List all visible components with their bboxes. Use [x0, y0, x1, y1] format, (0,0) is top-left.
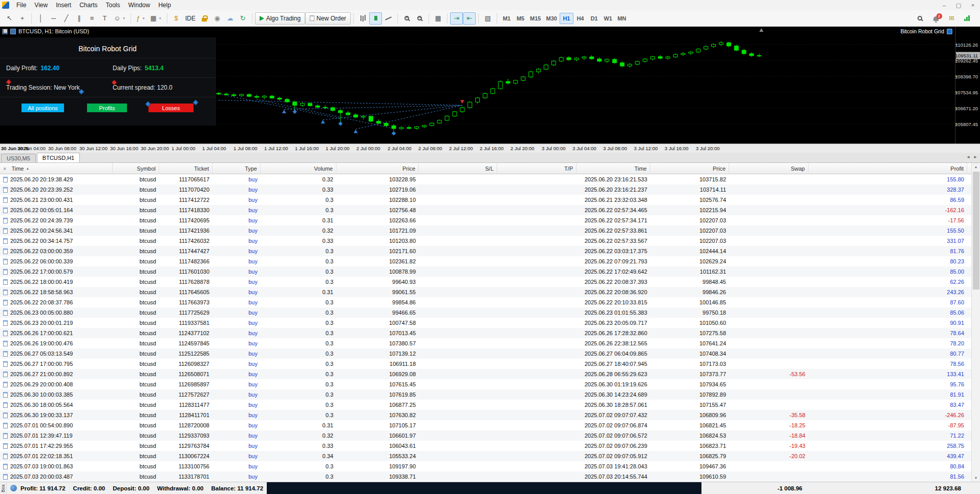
scroll-thumb[interactable] — [973, 172, 979, 290]
timeframe-w1[interactable]: W1 — [601, 13, 615, 24]
column-header-type[interactable]: Type — [212, 163, 261, 174]
history-row[interactable]: 2025.07.01 22:02:18.351btcusd1130067224b… — [0, 451, 980, 461]
trendline-tool[interactable]: ╱ — [60, 12, 73, 25]
text-tool[interactable]: T — [98, 12, 111, 25]
history-row[interactable]: 2025.06.27 17:00:00.795btcusd1126098327b… — [0, 359, 980, 369]
panel-button-profits[interactable]: Profits — [87, 104, 127, 112]
history-row[interactable]: 2025.06.23 20:00:01.219btcusd1119337581b… — [0, 318, 980, 328]
history-row[interactable]: 2025.06.27 05:03:13.549btcusd1125122585b… — [0, 348, 980, 359]
tab-scroll-arrows[interactable]: ◄ ► — [966, 155, 978, 159]
history-row[interactable]: 2025.06.30 18:00:05.564btcusd1128311477b… — [0, 400, 980, 410]
zoom-in-button[interactable] — [400, 12, 413, 25]
menu-file[interactable]: File — [12, 1, 30, 9]
fibonacci-tool[interactable]: ≡ — [86, 12, 98, 25]
menu-tools[interactable]: Tools — [102, 1, 124, 9]
timeframe-m30[interactable]: M30 — [544, 13, 560, 24]
column-header-time[interactable]: ×Time▲ — [0, 163, 113, 174]
history-row[interactable]: 2025.06.22 00:34:14.757btcusd1117426032b… — [0, 236, 980, 246]
history-row[interactable]: 2025.07.01 00:54:00.890btcusd1128720008b… — [0, 420, 980, 430]
minimize-button[interactable]: – — [937, 2, 951, 9]
column-header-swap-close[interactable]: Swap — [729, 163, 808, 174]
menu-charts[interactable]: Charts — [75, 1, 101, 9]
search-button[interactable] — [913, 12, 926, 25]
history-row[interactable]: 2025.06.26 19:00:00.476btcusd1124597845b… — [0, 338, 980, 348]
data-window-button[interactable]: ▧ — [481, 12, 494, 25]
connection-status[interactable] — [961, 12, 974, 25]
history-row[interactable]: 2025.07.03 20:00:03.487btcusd1133178701b… — [0, 471, 980, 482]
chart-tab-us30m5[interactable]: US30,M5 — [1, 154, 36, 162]
history-row[interactable]: 2025.06.27 21:00:00.892btcusd1126508071b… — [0, 369, 980, 379]
chart-shift-toggle[interactable]: ⇤ — [463, 12, 476, 25]
scroll-up-icon[interactable]: ▲ — [974, 163, 978, 171]
objects-menu[interactable]: ▦▼ — [147, 12, 164, 25]
timeframe-mn[interactable]: MN — [615, 13, 629, 24]
column-header-ticket[interactable]: Ticket — [159, 163, 212, 174]
hosting-icon[interactable] — [198, 12, 211, 25]
channel-tool[interactable]: ∥ — [73, 12, 86, 25]
auto-scroll-toggle[interactable]: ⇥ — [450, 12, 463, 25]
scroll-down-icon[interactable]: ▼ — [974, 474, 978, 482]
toolbox-close-icon[interactable]: × — [3, 166, 6, 172]
tile-windows-button[interactable]: ▦ — [432, 12, 444, 25]
crosshair-tool[interactable]: + — [16, 12, 29, 25]
candle-chart-type-button[interactable] — [369, 12, 382, 25]
panel-button-all-positions[interactable]: All positions — [22, 104, 64, 112]
timeframe-h1[interactable]: H1 — [560, 13, 573, 24]
history-row[interactable]: 2025.06.22 20:08:37.786btcusd1117663973b… — [0, 297, 980, 307]
bar-chart-type-button[interactable] — [356, 12, 369, 25]
history-row[interactable]: 2025.06.30 19:00:33.137btcusd1128411701b… — [0, 410, 980, 420]
vertical-scrollbar[interactable]: ▲ ▼ — [971, 163, 980, 482]
column-header-price-close[interactable]: Price — [650, 163, 729, 174]
history-row[interactable]: 2025.07.03 19:00:01.863btcusd1133100756b… — [0, 461, 980, 471]
toolbox-side-tab[interactable]: Box — [0, 482, 7, 494]
history-row[interactable]: 2025.06.26 17:00:00.621btcusd1124377102b… — [0, 328, 980, 338]
column-header-tp[interactable]: T/P — [497, 163, 577, 174]
menu-insert[interactable]: Insert — [52, 1, 75, 9]
history-row[interactable]: 2025.07.01 12:39:47.119btcusd1129337093b… — [0, 430, 980, 441]
mail-button[interactable]: ✉ — [945, 12, 958, 25]
history-row[interactable]: 2025.06.22 00:24:56.341btcusd1117421936b… — [0, 225, 980, 236]
menu-help[interactable]: Help — [154, 1, 175, 9]
close-button[interactable]: × — [966, 2, 980, 9]
history-row[interactable]: 2025.06.30 10:00:03.385btcusd1127572627b… — [0, 389, 980, 400]
shapes-tool[interactable]: ☺▼ — [111, 12, 128, 25]
horizontal-line-tool[interactable]: ─ — [47, 12, 60, 25]
chart-tab-btcusdh1[interactable]: BTCUSD,H1 — [37, 153, 80, 162]
history-row[interactable]: 2025.06.22 00:05:01.164btcusd1117418330b… — [0, 205, 980, 215]
algo-trading-button[interactable]: Algo Trading — [255, 12, 305, 25]
history-row[interactable]: 2025.06.22 06:00:00.339btcusd1117482366b… — [0, 256, 980, 266]
line-chart-type-button[interactable] — [382, 12, 395, 25]
maximize-button[interactable]: ▢ — [951, 2, 966, 9]
ide-button[interactable]: IDE — [183, 12, 198, 25]
timeframe-d1[interactable]: D1 — [587, 13, 601, 24]
market-icon[interactable]: $ — [170, 12, 183, 25]
timeframe-h4[interactable]: H4 — [573, 13, 587, 24]
column-header-sl[interactable]: S/L — [419, 163, 497, 174]
history-row[interactable]: 2025.06.21 23:00:00.431btcusd1117412722b… — [0, 195, 980, 205]
history-row[interactable]: 2025.06.22 03:00:00.359btcusd1117447427b… — [0, 246, 980, 256]
history-row[interactable]: 2025.06.23 00:05:00.880btcusd1117725629b… — [0, 307, 980, 318]
cursor-tool[interactable]: ↖ — [3, 12, 16, 25]
time-axis[interactable]: 30 Jun 202530 Jun 04:0030 Jun 08:0030 Ju… — [0, 143, 980, 153]
history-row[interactable]: 2025.07.01 17:42:29.955btcusd1129763784b… — [0, 441, 980, 451]
column-header-symbol[interactable]: Symbol — [113, 163, 159, 174]
signals-icon[interactable]: ◉ — [211, 12, 224, 25]
history-row[interactable]: 2025.06.29 20:00:00.408btcusd1126985897b… — [0, 379, 980, 389]
column-header-volume[interactable]: Volume — [261, 163, 336, 174]
community-icon[interactable]: ↻ — [237, 12, 249, 25]
column-header-time-close[interactable]: Time — [577, 163, 650, 174]
menu-view[interactable]: View — [30, 1, 52, 9]
panel-button-losses[interactable]: Losses — [148, 104, 194, 112]
timeframe-m5[interactable]: M5 — [514, 13, 527, 24]
history-row[interactable]: 2025.06.20 20:23:39.252btcusd1117070420b… — [0, 184, 980, 195]
menu-window[interactable]: Window — [124, 1, 155, 9]
history-row[interactable]: 2025.06.22 17:00:00.579btcusd1117601030b… — [0, 266, 980, 277]
new-order-button[interactable]: New Order — [305, 12, 351, 25]
indicators-menu[interactable]: ƒ▼ — [134, 12, 147, 25]
history-row[interactable]: 2025.06.20 20:19:38.429btcusd1117065617b… — [0, 174, 980, 184]
zoom-out-button[interactable] — [413, 12, 426, 25]
history-row[interactable]: 2025.06.22 18:58:58.963btcusd1117645605b… — [0, 287, 980, 297]
history-row[interactable]: 2025.06.22 18:00:00.419btcusd1117628878b… — [0, 277, 980, 287]
cloud-icon[interactable]: ☁ — [224, 12, 237, 25]
vertical-line-tool[interactable]: │ — [34, 12, 47, 25]
